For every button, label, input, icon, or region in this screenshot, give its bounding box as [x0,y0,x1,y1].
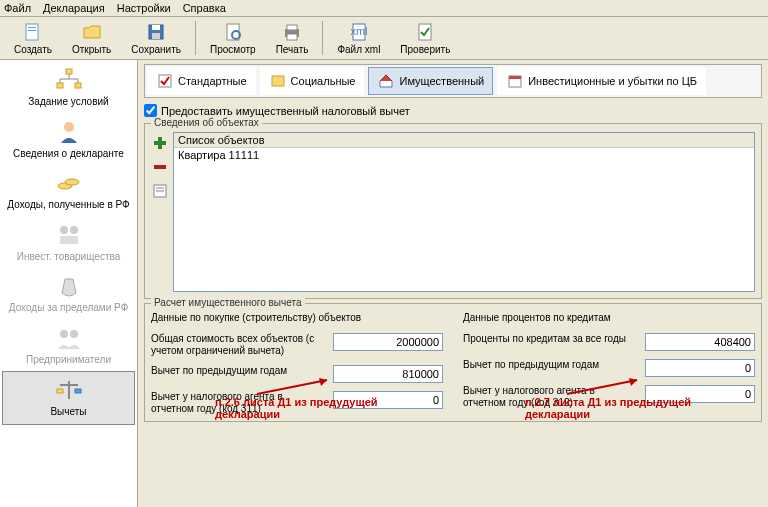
svg-text:xml: xml [350,25,367,37]
objects-group: Сведения об объектах Список объектов Ква… [144,123,762,299]
right-agent-input[interactable] [645,385,755,403]
right-agent-label: Вычет у налогового агента в отчетном год… [463,385,639,409]
interest-input[interactable] [645,333,755,351]
check-icon [414,21,436,43]
menu-declaration[interactable]: Декларация [43,2,105,14]
calc-group-title: Расчет имущественного вычета [151,297,305,308]
tab-property[interactable]: Имущественный [368,67,493,95]
sidebar-item-entrepreneurs[interactable]: Предприниматели [0,320,137,372]
svg-point-28 [70,330,78,338]
svg-rect-39 [154,165,166,169]
svg-rect-14 [66,69,72,74]
svg-rect-36 [509,76,521,79]
tab-standard[interactable]: Стандартные [147,67,256,95]
calc-right-column: Данные процентов по кредитам Проценты по… [463,312,755,415]
svg-point-24 [60,226,68,234]
calc-group: Расчет имущественного вычета Данные по п… [144,303,762,422]
tree-icon [53,66,85,94]
svg-point-25 [70,226,78,234]
object-tools [151,132,169,292]
sidebar-item-invest[interactable]: Инвест. товарищества [0,217,137,269]
coins-icon [53,169,85,197]
svg-point-21 [64,122,74,132]
handshake-icon [53,221,85,249]
print-icon [281,21,303,43]
book-icon [269,72,287,90]
save-button[interactable]: Сохранить [121,19,191,57]
new-file-icon [22,21,44,43]
edit-object-button[interactable] [151,182,169,200]
right-prev-years-input[interactable] [645,359,755,377]
menu-settings[interactable]: Настройки [117,2,171,14]
svg-rect-32 [75,389,81,393]
total-cost-label: Общая стоимость всех объектов (с учетом … [151,333,327,357]
svg-rect-31 [57,389,63,393]
svg-rect-10 [287,34,297,40]
list-item[interactable]: Квартира 11111 [174,148,754,162]
remove-object-button[interactable] [151,158,169,176]
menu-file[interactable]: Файл [4,2,31,14]
grant-deduction-checkbox[interactable] [144,104,157,117]
content-area: Стандартные Социальные Имущественный Инв… [138,60,768,507]
save-icon [145,21,167,43]
person-icon [53,118,85,146]
total-cost-input[interactable] [333,333,443,351]
separator [322,21,323,55]
preview-icon [222,21,244,43]
scales-icon [53,376,85,404]
left-agent-label: Вычет у налогового агента в отчетном год… [151,391,327,415]
preview-button[interactable]: Просмотр [200,19,266,57]
left-prev-years-input[interactable] [333,365,443,383]
svg-rect-34 [272,76,284,86]
interest-label: Проценты по кредитам за все годы [463,333,639,345]
svg-rect-9 [287,25,297,30]
objects-group-title: Сведения об объектах [151,117,262,128]
add-object-button[interactable] [151,134,169,152]
people-icon [53,324,85,352]
svg-rect-16 [75,83,81,88]
folder-open-icon [81,21,103,43]
svg-rect-5 [152,33,160,39]
calc-right-heading: Данные процентов по кредитам [463,312,755,323]
menu-help[interactable]: Справка [183,2,226,14]
svg-point-23 [65,179,79,185]
objects-list-header: Список объектов [174,133,754,148]
svg-rect-26 [60,236,78,244]
sidebar-item-declarant[interactable]: Сведения о декларанте [0,114,137,166]
separator [195,21,196,55]
calendar-icon [506,72,524,90]
money-bag-icon [53,272,85,300]
check-button[interactable]: Проверить [390,19,460,57]
calc-left-heading: Данные по покупке (строительству) объект… [151,312,443,323]
right-prev-years-label: Вычет по предыдущим годам [463,359,639,371]
svg-rect-0 [26,24,38,40]
tab-social[interactable]: Социальные [260,67,365,95]
grant-deduction-label: Предоставить имущественный налоговый выч… [161,105,410,117]
main-toolbar: Создать Открыть Сохранить Просмотр Печат… [0,17,768,60]
svg-rect-4 [152,25,160,30]
svg-rect-38 [154,141,166,145]
deduction-tabs: Стандартные Социальные Имущественный Инв… [144,64,762,98]
left-agent-input[interactable] [333,391,443,409]
menu-bar: Файл Декларация Настройки Справка [0,0,768,17]
sidebar: Задание условий Сведения о декларанте До… [0,60,138,507]
calc-left-column: Данные по покупке (строительству) объект… [151,312,443,415]
sidebar-item-income-abroad[interactable]: Доходы за пределами РФ [0,268,137,320]
tab-invest-loss[interactable]: Инвестиционные и убытки по ЦБ [497,67,706,95]
sidebar-item-income-rf[interactable]: Доходы, полученные в РФ [0,165,137,217]
sidebar-item-conditions[interactable]: Задание условий [0,62,137,114]
svg-point-27 [60,330,68,338]
print-button[interactable]: Печать [266,19,319,57]
objects-list[interactable]: Список объектов Квартира 11111 [173,132,755,292]
svg-rect-15 [57,83,63,88]
house-icon [377,72,395,90]
create-button[interactable]: Создать [4,19,62,57]
xml-file-icon: xml [348,21,370,43]
file-xml-button[interactable]: xml Файл xml [327,19,390,57]
svg-rect-1 [28,27,36,28]
svg-rect-2 [28,30,36,31]
left-prev-years-label: Вычет по предыдущим годам [151,365,327,377]
checklist-icon [156,72,174,90]
sidebar-item-deductions[interactable]: Вычеты [2,371,135,425]
open-button[interactable]: Открыть [62,19,121,57]
